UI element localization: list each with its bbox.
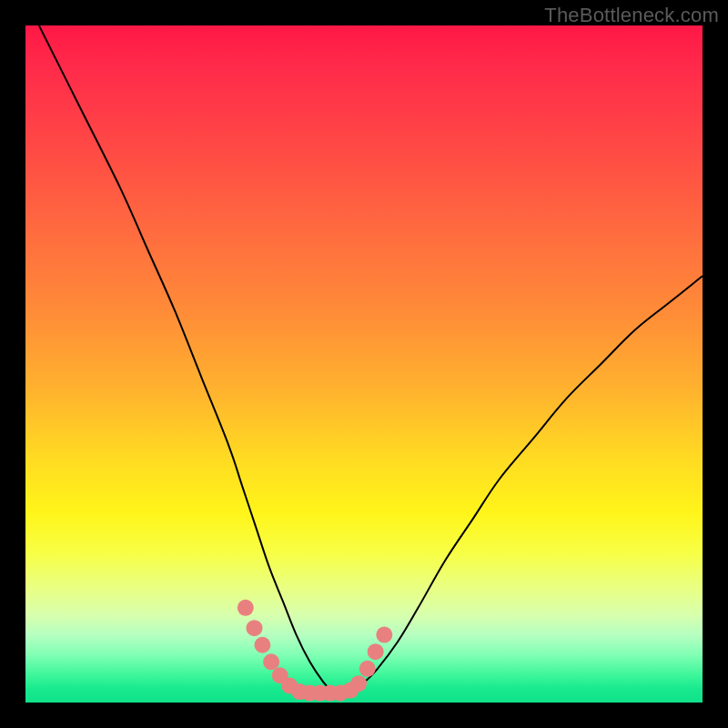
marker-dot bbox=[254, 637, 270, 653]
watermark: TheBottleneck.com bbox=[544, 4, 719, 27]
marker-dot bbox=[350, 675, 367, 692]
marker-dot bbox=[263, 653, 279, 670]
marker-dot bbox=[246, 620, 262, 636]
marker-dot bbox=[368, 643, 384, 660]
minimum-markers bbox=[238, 600, 393, 702]
chart-plot-area bbox=[25, 25, 703, 703]
chart-svg bbox=[25, 25, 703, 703]
marker-dot bbox=[238, 600, 254, 616]
left-curve bbox=[39, 25, 330, 689]
marker-dot bbox=[376, 627, 392, 643]
marker-dot bbox=[359, 661, 376, 677]
